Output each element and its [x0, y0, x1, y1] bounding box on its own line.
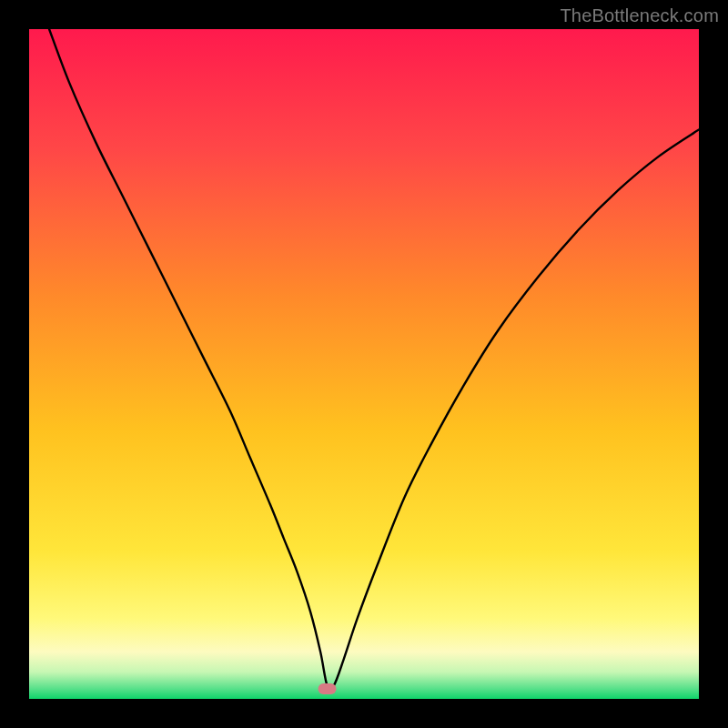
- optimal-marker: [318, 683, 337, 694]
- watermark-text: TheBottleneck.com: [560, 5, 719, 26]
- plot-svg: [29, 29, 699, 699]
- chart-frame: TheBottleneck.com: [0, 0, 728, 728]
- plot-area: [29, 29, 699, 699]
